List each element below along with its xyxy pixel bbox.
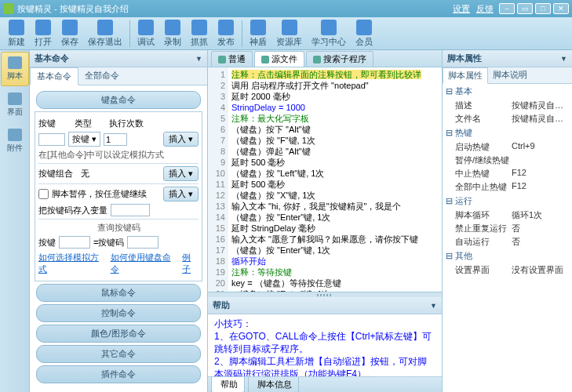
tab-script-info[interactable]: 脚本信息 bbox=[248, 377, 299, 393]
prop-group[interactable]: 其他 bbox=[443, 249, 572, 263]
panel-dropdown-icon[interactable]: ▼ bbox=[195, 55, 202, 63]
code-line: StringDelay = 1000 bbox=[231, 103, 305, 112]
learn-icon bbox=[321, 20, 337, 35]
accordion-4[interactable]: 插件命令 bbox=[36, 365, 201, 383]
nav-interface[interactable]: 界面 bbox=[1, 88, 29, 122]
save-button[interactable]: 保存 bbox=[56, 18, 83, 49]
lookup-code-input[interactable] bbox=[127, 236, 158, 249]
command-panel-tabs: 基本命令 全部命令 bbox=[30, 67, 207, 85]
learn-button[interactable]: 学习中心 bbox=[307, 18, 351, 49]
capture-button[interactable]: 抓抓 bbox=[186, 18, 213, 49]
shield-icon bbox=[250, 20, 266, 35]
tab-script-desc[interactable]: 脚本说明 bbox=[488, 67, 532, 83]
key-input[interactable] bbox=[38, 133, 65, 146]
help-dropdown-icon[interactable]: ▼ bbox=[430, 302, 437, 310]
tovar-label: 把按键码存入变量 bbox=[38, 205, 107, 216]
feedback-link[interactable]: 反馈 bbox=[476, 3, 494, 15]
debug-button[interactable]: 调试 bbox=[133, 18, 159, 49]
link-example[interactable]: 例子 bbox=[182, 252, 199, 275]
keyboard-commands-box: 按键 类型 执行次数 按键 ▾ 插入 ▾ 在[其他命令]中可以设定模拟方式 按键… bbox=[35, 111, 202, 281]
link-kb-cmd[interactable]: 如何使用键盘命令 bbox=[111, 252, 177, 275]
prop-row[interactable]: 全部中止热键F12 bbox=[443, 180, 572, 194]
saveexit-button[interactable]: 保存退出 bbox=[83, 18, 127, 49]
line-gutter: 123456789101112131415161718192021 bbox=[208, 67, 228, 292]
prop-row[interactable]: 描述按键精灵自我… bbox=[443, 99, 572, 112]
insert-button-3[interactable]: 插入 ▾ bbox=[163, 187, 199, 201]
close-button[interactable]: ✕ bbox=[553, 3, 569, 14]
restore-button[interactable]: ▭ bbox=[517, 3, 533, 14]
toolbar-label: 录制 bbox=[164, 36, 181, 48]
accordion-1[interactable]: 控制命令 bbox=[36, 304, 201, 322]
code-line: 延时 2000 毫秒 bbox=[231, 92, 290, 101]
app-icon bbox=[3, 3, 14, 14]
toolbar-label: 抓抓 bbox=[191, 36, 208, 48]
attach-icon bbox=[8, 129, 22, 141]
code-line: 延时 500 毫秒 bbox=[231, 180, 285, 189]
accordion-0[interactable]: 鼠标命令 bbox=[36, 284, 201, 302]
props-dropdown-icon[interactable]: ▼ bbox=[560, 55, 567, 63]
keyboard-commands-header[interactable]: 键盘命令 bbox=[36, 91, 201, 109]
help-body: 小技巧： 1、在GOTO、CALL命令上按住【Ctrl+鼠标左键】可跳转到目标或… bbox=[208, 314, 442, 376]
shield-button[interactable]: 神盾 bbox=[245, 18, 271, 49]
toolbar-label: 新建 bbox=[8, 36, 25, 48]
props-header: 脚本属性 ▼ bbox=[443, 50, 572, 67]
pause-checkbox[interactable] bbox=[38, 189, 49, 199]
type-select[interactable]: 按键 ▾ bbox=[68, 132, 100, 147]
var-input[interactable] bbox=[111, 204, 150, 216]
lookup-key-input[interactable] bbox=[59, 236, 90, 249]
help-header: 帮助 ▼ bbox=[208, 297, 442, 314]
publish-button[interactable]: 发布 bbox=[213, 18, 239, 49]
tab-basic-commands[interactable]: 基本命令 bbox=[30, 67, 78, 85]
record-button[interactable]: 录制 bbox=[159, 18, 186, 49]
tab-icon bbox=[313, 56, 321, 64]
count-input[interactable] bbox=[104, 133, 127, 146]
toolbar-label: 发布 bbox=[217, 36, 235, 48]
new-button[interactable]: 新建 bbox=[3, 18, 30, 49]
code-editor[interactable]: 123456789101112131415161718192021 注释：点击编… bbox=[208, 67, 442, 292]
prop-row[interactable]: 禁止重复运行否 bbox=[443, 222, 572, 235]
editor-tab-1[interactable]: 源文件 bbox=[254, 51, 304, 67]
tip-2: 2、脚本编辑工具栏新增【自动缩进】按钮，可对脚本源码进行缩进排版（功能热键F4）… bbox=[214, 355, 435, 376]
code-line: 调用 启动程序或打开文件 "notepad" bbox=[231, 81, 369, 90]
accordion-2[interactable]: 颜色/图形命令 bbox=[36, 325, 201, 343]
command-panel-title: 基本命令 bbox=[35, 53, 69, 64]
prop-row[interactable]: 自动运行否 bbox=[443, 235, 572, 249]
toolbar-label: 保存 bbox=[61, 36, 78, 48]
tab-help[interactable]: 帮助 bbox=[211, 377, 245, 393]
prop-row[interactable]: 文件名按键精灵自我… bbox=[443, 112, 572, 125]
prop-group[interactable]: 基本 bbox=[443, 84, 572, 99]
code-line: （键盘）按 "Enter"键, 1次 bbox=[231, 212, 330, 222]
code-body[interactable]: 注释：点击编辑界面的注释按钮，即可看到比较详调用 启动程序或打开文件 "note… bbox=[228, 67, 442, 292]
tab-icon bbox=[261, 56, 269, 64]
nav-script[interactable]: 脚本 bbox=[1, 52, 29, 86]
prop-row[interactable]: 启动热键Ctrl+9 bbox=[443, 140, 572, 154]
center-area: 普通源文件搜索子程序 12345678910111213141516171819… bbox=[208, 50, 443, 392]
prop-group[interactable]: 运行 bbox=[443, 194, 572, 209]
maximize-button[interactable]: □ bbox=[535, 3, 551, 14]
help-panel: 帮助 ▼ 小技巧： 1、在GOTO、CALL命令上按住【Ctrl+鼠标左键】可跳… bbox=[208, 292, 442, 392]
tab-script-props[interactable]: 脚本属性 bbox=[443, 67, 488, 84]
props-tabs: 脚本属性 脚本说明 bbox=[443, 67, 572, 84]
reslib-button[interactable]: 资源库 bbox=[271, 18, 307, 49]
lookup-eq-label: =按键码 bbox=[93, 237, 124, 249]
settings-link[interactable]: 设置 bbox=[453, 3, 470, 15]
open-button[interactable]: 打开 bbox=[30, 18, 56, 49]
prop-row[interactable]: 中止热键F12 bbox=[443, 167, 572, 180]
prop-row[interactable]: 设置界面没有设置界面 bbox=[443, 263, 572, 277]
accordion-3[interactable]: 其它命令 bbox=[36, 345, 201, 363]
capture-icon bbox=[191, 20, 207, 35]
code-line: 注释：等待按键 bbox=[231, 267, 292, 277]
insert-button-2[interactable]: 插入 ▾ bbox=[163, 166, 199, 181]
prop-row[interactable]: 暂停/继续热键 bbox=[443, 154, 572, 167]
nav-attach[interactable]: 附件 bbox=[1, 124, 29, 158]
member-button[interactable]: 会员 bbox=[351, 18, 377, 49]
editor-tab-2[interactable]: 搜索子程序 bbox=[306, 51, 373, 67]
prop-group[interactable]: 热键 bbox=[443, 125, 572, 140]
insert-button-1[interactable]: 插入 ▾ bbox=[163, 132, 199, 147]
debug-icon bbox=[138, 20, 154, 35]
prop-row[interactable]: 脚本循环循环1次 bbox=[443, 209, 572, 222]
editor-tab-0[interactable]: 普通 bbox=[211, 51, 253, 67]
link-sim-mode[interactable]: 如何选择模拟方式 bbox=[38, 252, 104, 275]
tab-all-commands[interactable]: 全部命令 bbox=[78, 67, 126, 85]
minimize-button[interactable]: – bbox=[499, 3, 515, 14]
